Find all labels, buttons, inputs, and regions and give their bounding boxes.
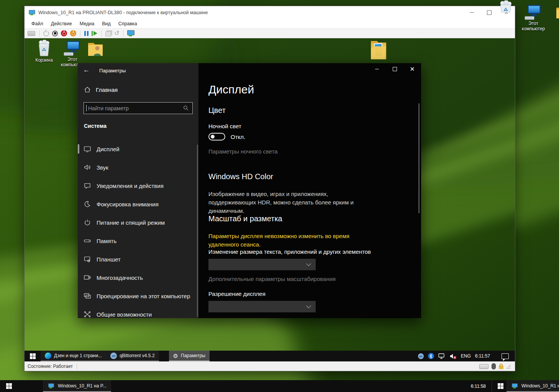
keyboard-capture-icon: [479, 364, 489, 369]
advanced-scaling-link[interactable]: Дополнительные параметры масштабирования: [208, 276, 336, 282]
start-vm-icon[interactable]: [43, 31, 49, 36]
windows-logo-icon: [30, 353, 36, 359]
vm-system-tray: qb ENG 6:11:57: [418, 351, 515, 361]
menu-file[interactable]: Файл: [28, 21, 47, 26]
turn-off-vm-icon[interactable]: [52, 31, 58, 36]
sidebar-item-sound[interactable]: Звук: [78, 158, 198, 176]
menu-action[interactable]: Действие: [47, 21, 76, 26]
hyperv-statusbar: Состояние: Работает: [25, 361, 515, 371]
vm-screen: Корзина Этот компьютер: [25, 38, 515, 361]
save-vm-icon[interactable]: [70, 30, 76, 36]
vm-user-folder-icon[interactable]: [87, 41, 104, 57]
chevron-down-icon: [306, 261, 311, 266]
sidebar-item-tablet[interactable]: Планшет: [78, 250, 198, 268]
menu-media[interactable]: Медиа: [76, 21, 98, 26]
night-light-label: Ночной свет: [208, 123, 241, 129]
settings-window-controls: ✕: [368, 63, 421, 75]
menu-help[interactable]: Справка: [115, 21, 141, 26]
hyperv-menubar: Файл Действие Медиа Вид Справка: [25, 19, 515, 28]
resize-grip[interactable]: [510, 365, 510, 366]
ctrl-alt-del-icon[interactable]: [28, 31, 35, 36]
host-taskbar-item-vmconnect[interactable]: Windows_10_R1 на P...: [43, 380, 111, 392]
resolution-dropdown[interactable]: [208, 301, 316, 312]
search-input[interactable]: [87, 105, 183, 111]
pause-vm-icon[interactable]: [84, 31, 89, 36]
sidebar-item-focus-assist[interactable]: Фокусировка внимания: [78, 195, 198, 213]
toggle-switch[interactable]: [208, 133, 225, 140]
hyperv-titlebar[interactable]: Windows_10_R1 на PROLIANT-DL380 - подклю…: [25, 6, 515, 19]
vm-start-button[interactable]: [25, 351, 41, 361]
volume-muted-icon[interactable]: [450, 353, 457, 359]
power-icon: [84, 219, 91, 226]
action-center-icon[interactable]: [502, 353, 509, 359]
sidebar-item-projecting[interactable]: Проецирование на этот компьютер: [78, 287, 198, 305]
icon-label: Корзина: [29, 58, 59, 63]
main-scrollbar[interactable]: [418, 103, 420, 213]
vm-pictures-folder-icon[interactable]: [368, 39, 389, 62]
pictures-folder-icon: [368, 39, 389, 62]
taskbar-item-edge[interactable]: Дзен и еще 1 страни...: [41, 351, 106, 361]
back-button[interactable]: ←: [83, 66, 90, 74]
sidebar-item-power-sleep[interactable]: Питание и спящий режим: [78, 213, 198, 232]
host-start-button[interactable]: [0, 380, 18, 392]
network-icon[interactable]: [438, 353, 446, 359]
minimize-button[interactable]: [368, 63, 386, 75]
windows-logo-icon: [498, 383, 503, 389]
checkpoint-icon[interactable]: [105, 31, 111, 36]
qbittorrent-tray-icon[interactable]: qb: [418, 353, 424, 359]
sidebar-item-storage[interactable]: Память: [78, 232, 198, 250]
vm-clock[interactable]: 6:11:57: [475, 353, 490, 359]
host-start-button-2[interactable]: [493, 380, 508, 392]
home-icon: [84, 86, 91, 93]
enhanced-session-icon[interactable]: [127, 30, 134, 36]
taskbar-item-qbittorrent[interactable]: qb qBittorrent v4.5.2: [106, 351, 159, 361]
shared-experiences-icon: [84, 311, 91, 318]
sidebar-item-multitasking[interactable]: Многозадачность: [78, 268, 198, 287]
sidebar-item-display[interactable]: Дисплей: [78, 140, 198, 158]
tablet-icon: [84, 256, 91, 263]
sidebar-item-notifications[interactable]: Уведомления и действия: [78, 176, 198, 195]
maximize-button[interactable]: [386, 63, 403, 75]
settings-window-title: Параметры: [99, 68, 126, 74]
scale-dropdown[interactable]: [208, 259, 316, 270]
taskbar-item-settings[interactable]: ⚙ Параметры: [169, 351, 210, 361]
menu-view[interactable]: Вид: [98, 21, 115, 26]
host-recycle-bin-icon[interactable]: [497, 0, 514, 13]
home-label: Главная: [96, 87, 118, 93]
vmconnect-icon: [48, 383, 54, 388]
computer-icon: [525, 5, 542, 20]
search-icon[interactable]: [183, 105, 189, 111]
settings-sidebar: Главная Система Дисплей: [78, 63, 198, 318]
revert-icon[interactable]: ↺: [114, 30, 119, 36]
settings-main-panel: Дисплей Цвет Ночной свет Откл. Параметры…: [198, 63, 421, 318]
search-box[interactable]: [84, 102, 193, 114]
projecting-icon: [84, 292, 91, 299]
sidebar-scrollbar[interactable]: [197, 145, 198, 317]
host-desktop-icon-this-pc[interactable]: Этот компьютер: [518, 5, 548, 32]
close-button[interactable]: ✕: [403, 63, 421, 75]
language-indicator[interactable]: ENG: [461, 353, 471, 359]
chevron-down-icon: [306, 303, 311, 308]
shut-down-vm-icon[interactable]: [61, 30, 67, 36]
hdr-heading: Windows HD Color: [208, 172, 273, 181]
sidebar-item-shared-experiences[interactable]: Общие возможности: [78, 305, 198, 323]
maximize-button[interactable]: [480, 6, 498, 19]
notifications-icon: [84, 182, 91, 189]
host-clock[interactable]: 6:11:58: [471, 380, 486, 392]
minimize-button[interactable]: [463, 6, 480, 19]
vm-recycle-bin-icon[interactable]: Корзина: [29, 40, 59, 63]
computer-icon: [64, 41, 81, 56]
monitor-seam: [492, 380, 492, 392]
host-taskbar-item-vmconnect-2[interactable]: Windows_10_R1 на P.: [507, 380, 559, 392]
night-light-settings-link[interactable]: Параметры ночного света: [208, 148, 278, 155]
vmconnect-icon: [512, 383, 518, 388]
resume-vm-icon[interactable]: [92, 31, 97, 36]
statusbar-indicators: [479, 363, 512, 369]
icon-label: Этот компьютер: [518, 21, 548, 32]
recycle-bin-icon: [36, 40, 52, 57]
hyperv-toolbar: ↺: [25, 28, 515, 38]
sidebar-item-home[interactable]: Главная: [84, 86, 118, 93]
bluetooth-icon[interactable]: [428, 353, 434, 359]
night-light-toggle[interactable]: Откл.: [208, 133, 245, 140]
host-desktop-icon-folder[interactable]: Ром: [549, 5, 559, 26]
